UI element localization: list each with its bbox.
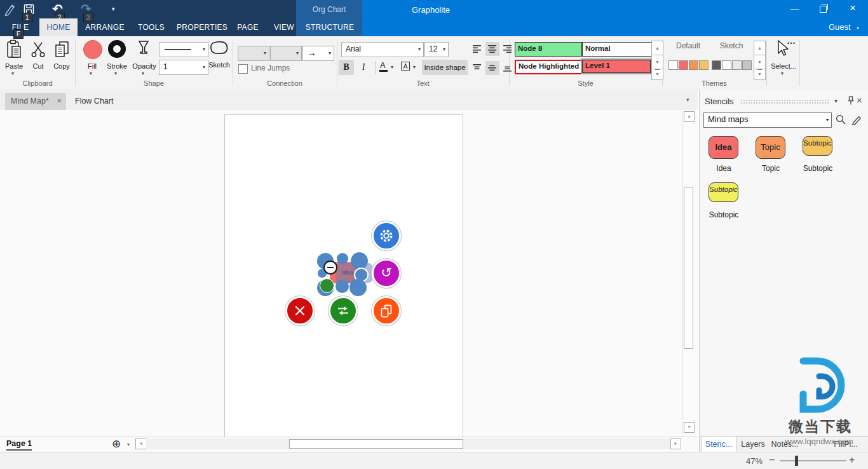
collapse-toggle[interactable] (323, 261, 337, 275)
panel-tab-fillpicker[interactable]: FillPi... (829, 437, 862, 452)
stroke-caret-icon: ▾ (114, 71, 117, 76)
line-jumps-checkbox[interactable] (238, 64, 248, 74)
zoom-in-button[interactable]: + (849, 454, 855, 466)
doc-tab-mind-map[interactable]: Mind Map* × (5, 93, 66, 110)
connection-end-dropdown[interactable]: → ▾ (302, 46, 334, 61)
style-swatch-normal[interactable]: Normal (582, 42, 652, 57)
theme-sketch[interactable]: Sketch (712, 41, 751, 74)
style-swatch-node8[interactable]: Node 8 (515, 42, 582, 57)
stencil-shape-subtopic-alt[interactable]: Subtopic (709, 182, 738, 202)
radial-duplicate-button[interactable] (372, 296, 401, 325)
stencil-category-dropdown[interactable]: Mind maps ▾ (703, 112, 832, 128)
tab-page[interactable]: PAGE (234, 18, 262, 36)
panel-tab-layers[interactable]: Layers (738, 437, 768, 452)
radial-change-type-button[interactable] (329, 296, 358, 325)
connection-handle[interactable] (336, 280, 349, 293)
scroll-down-button[interactable]: ▾ (684, 422, 695, 433)
select-button[interactable]: … (771, 38, 797, 62)
themes-scroll-down-button[interactable]: ▾ (754, 55, 766, 69)
restore-button[interactable] (809, 0, 837, 18)
connection-start-dropdown[interactable]: ▾ (270, 46, 302, 61)
font-size-dropdown[interactable]: 12 ▾ (424, 42, 449, 57)
line-style-dropdown[interactable]: ▾ (159, 42, 208, 57)
panel-tab-notes[interactable]: Notes... (768, 437, 801, 452)
panel-pin-button[interactable] (846, 95, 856, 106)
panel-drag-grip[interactable] (740, 99, 829, 104)
stencil-shape-topic[interactable]: Topic (756, 136, 785, 159)
align-center-button[interactable] (485, 42, 499, 56)
align-top-button[interactable] (470, 61, 484, 75)
panel-tab-stencils[interactable]: Stenc... (701, 437, 736, 452)
text-highlight-button[interactable]: A ▾ (400, 60, 420, 75)
zoom-out-button[interactable]: − (769, 454, 775, 466)
tab-structure[interactable]: STRUCTURE (305, 18, 355, 36)
tab-tools[interactable]: TOOLS (135, 18, 168, 36)
sketch-button[interactable] (208, 40, 230, 59)
theme-default[interactable]: Default (668, 41, 708, 74)
add-page-button[interactable]: ⊕ (112, 437, 121, 451)
font-size-value: 12 (429, 44, 437, 53)
stencil-shape-idea[interactable]: Idea (709, 136, 738, 159)
stencil-edit-button[interactable] (851, 114, 862, 125)
stroke-button[interactable] (108, 40, 126, 58)
align-bottom-button[interactable] (501, 61, 515, 75)
style-scroll-up-button[interactable]: ▴ (651, 41, 663, 55)
opacity-button[interactable] (136, 39, 153, 58)
copy-button[interactable] (51, 40, 72, 62)
panel-close-button[interactable]: × (857, 95, 862, 105)
zoom-slider-track[interactable] (780, 460, 846, 461)
minimize-button[interactable]: — (780, 0, 809, 18)
bold-button[interactable]: B (339, 60, 354, 75)
connection-handle[interactable] (351, 252, 368, 269)
qat-customize-button[interactable]: ▾ (112, 6, 115, 12)
close-button[interactable]: × (837, 0, 868, 18)
vertical-scroll-thumb[interactable] (684, 187, 693, 349)
connection-handle[interactable] (349, 279, 367, 296)
align-left-button[interactable] (470, 42, 484, 56)
more-icon: ▾ (757, 69, 761, 79)
fill-button[interactable] (83, 40, 102, 59)
align-right-button[interactable] (501, 42, 515, 56)
style-swatch-node-highlighted[interactable]: Node Highlighted (515, 60, 583, 74)
hscroll-right-button[interactable]: ▸ (670, 438, 681, 449)
radial-settings-button[interactable] (372, 221, 401, 250)
tab-close-icon[interactable]: × (57, 96, 62, 105)
style-gallery-more-button[interactable]: ▾ (651, 69, 663, 80)
radial-delete-button[interactable] (285, 296, 315, 325)
app-title: Grapholite (412, 5, 450, 15)
tab-home[interactable]: HOME (39, 18, 78, 36)
connection-handle[interactable] (337, 253, 348, 264)
font-family-dropdown[interactable]: Arial ▾ (341, 42, 424, 57)
themes-gallery-more-button[interactable]: ▾ (754, 69, 766, 80)
font-color-button[interactable]: A ▾ (378, 60, 397, 75)
doc-tab-list-button[interactable]: ▾ (686, 97, 689, 103)
stencil-shape-subtopic[interactable]: Subtopic (803, 136, 832, 156)
stencil-search-button[interactable] (835, 114, 846, 125)
duplicate-icon (379, 303, 394, 318)
italic-button[interactable]: I (356, 60, 371, 75)
tab-view[interactable]: VIEW (269, 18, 299, 36)
cut-button[interactable] (28, 41, 48, 62)
pen-icon[interactable] (3, 3, 17, 17)
user-menu[interactable]: Guest (829, 22, 851, 32)
hscroll-left-button[interactable]: ◂ (135, 438, 146, 449)
themes-scroll-up-button[interactable]: ▴ (754, 41, 766, 55)
tab-properties[interactable]: PROPERTIES (177, 18, 224, 36)
drawing-canvas[interactable]: Idea ↺ (0, 110, 698, 437)
horizontal-scroll-thumb[interactable] (289, 439, 463, 449)
radial-rotate-button[interactable]: ↺ (372, 259, 401, 288)
align-middle-button[interactable] (485, 61, 499, 75)
doc-tab-flow-chart[interactable]: Flow Chart (70, 93, 118, 110)
connection-style-dropdown[interactable]: ▾ (238, 46, 269, 61)
page-tab[interactable]: Page 1 (6, 439, 32, 451)
tab-arrange[interactable]: ARRANGE (83, 18, 127, 36)
zoom-slider-thumb[interactable] (795, 456, 798, 466)
style-scroll-down-button[interactable]: ▾ (651, 55, 663, 69)
stroke-width-spinner[interactable]: 1 ▾ (159, 60, 208, 75)
panel-menu-button[interactable]: ▾ (834, 97, 837, 104)
scroll-up-button[interactable]: ▴ (684, 111, 695, 122)
align-right-icon (503, 44, 512, 53)
add-child-handle[interactable] (320, 278, 334, 293)
style-swatch-level1[interactable]: Level 1 (582, 60, 651, 73)
inside-shape-toggle[interactable]: Inside shape (422, 60, 468, 75)
